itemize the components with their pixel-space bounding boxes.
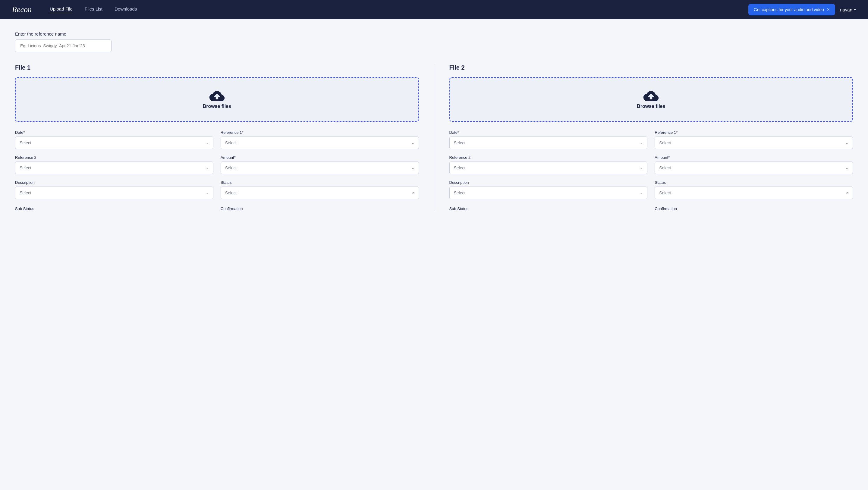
file1-ref2-select[interactable]: Select ⌄ — [15, 161, 213, 174]
file2-status-label: Status — [655, 180, 853, 185]
nav-logo[interactable]: Recon — [12, 5, 32, 14]
file2-fields-grid: Date* Select ⌄ Reference 1* Select ⌄ — [450, 130, 853, 199]
chevron-down-icon: ⌄ — [640, 166, 643, 170]
file1-confirmation-label: Confirmation — [221, 207, 419, 211]
file1-date-value: Select — [20, 141, 31, 145]
file2-substatus-label: Sub Status — [450, 207, 648, 211]
reference-input[interactable] — [15, 39, 112, 52]
file1-ref2-label: Reference 2 — [15, 155, 213, 160]
file1-substatus-label: Sub Status — [15, 207, 213, 211]
chevron-down-icon: ⌄ — [640, 141, 643, 145]
navbar: Recon Upload File Files List Downloads G… — [0, 0, 868, 19]
file2-date-value: Select — [454, 141, 466, 145]
file1-amount-select[interactable]: Select ⌄ — [221, 161, 419, 174]
chevron-down-icon: ⌄ — [845, 166, 848, 170]
file1-description-field: Description Select ⌄ — [15, 180, 213, 199]
files-row: File 1 Browse files Date* Select ⌄ — [15, 64, 853, 211]
file1-ref1-value: Select — [225, 141, 237, 145]
file2-amount-field: Amount* Select ⌄ — [655, 155, 853, 174]
upload-cloud-icon — [643, 90, 659, 104]
nav-banner-close-icon[interactable]: × — [827, 7, 830, 12]
file1-date-select[interactable]: Select ⌄ — [15, 136, 213, 149]
file2-dropzone-text: Browse files — [637, 104, 665, 109]
file1-heading: File 1 — [15, 64, 419, 71]
nav-links: Upload File Files List Downloads — [50, 6, 748, 13]
file2-dropzone[interactable]: Browse files — [450, 77, 853, 122]
file2-amount-label: Amount* — [655, 155, 853, 160]
chevron-down-icon: ⌄ — [206, 166, 209, 170]
file2-ref1-field: Reference 1* Select ⌄ — [655, 130, 853, 149]
file2-date-select[interactable]: Select ⌄ — [450, 136, 648, 149]
nav-link-upload-file[interactable]: Upload File — [50, 6, 73, 13]
file1-fields-grid: Date* Select ⌄ Reference 1* Select ⌄ — [15, 130, 419, 199]
chevron-down-icon: ⌄ — [206, 191, 209, 195]
main-content: Enter the reference name File 1 Browse f… — [0, 19, 868, 223]
chevron-down-icon: ⌄ — [640, 191, 643, 195]
file1-status-select[interactable]: Select ⌀ — [221, 187, 419, 199]
file1-ref1-field: Reference 1* Select ⌄ — [221, 130, 419, 149]
file2-ref1-value: Select — [659, 141, 671, 145]
file1-status-value: Select — [225, 190, 237, 195]
file1-status-field: Status Select ⌀ — [221, 180, 419, 199]
file2-amount-value: Select — [659, 165, 671, 170]
file2-ref1-label: Reference 1* — [655, 130, 853, 135]
chevron-down-icon: ⌄ — [206, 141, 209, 145]
file2-ref2-value: Select — [454, 165, 466, 170]
nav-link-files-list[interactable]: Files List — [85, 6, 102, 13]
chevron-down-icon: ⌄ — [845, 141, 848, 145]
file2-description-label: Description — [450, 180, 648, 185]
file2-description-field: Description Select ⌄ — [450, 180, 648, 199]
nav-link-downloads[interactable]: Downloads — [115, 6, 137, 13]
file2-ref2-field: Reference 2 Select ⌄ — [450, 155, 648, 174]
file2-description-value: Select — [454, 190, 466, 195]
file1-column: File 1 Browse files Date* Select ⌄ — [15, 64, 434, 211]
file2-ref1-select[interactable]: Select ⌄ — [655, 136, 853, 149]
file1-description-label: Description — [15, 180, 213, 185]
file1-date-label: Date* — [15, 130, 213, 135]
chevron-down-icon: ⌀ — [846, 191, 848, 195]
file1-status-label: Status — [221, 180, 419, 185]
file1-dropzone-text: Browse files — [203, 104, 231, 109]
nav-right: Get captions for your audio and video × … — [748, 4, 856, 16]
file2-heading: File 2 — [450, 64, 853, 71]
nav-banner-text: Get captions for your audio and video — [754, 7, 824, 12]
file2-status-value: Select — [659, 190, 671, 195]
file2-date-label: Date* — [450, 130, 648, 135]
nav-user-menu[interactable]: nayan ▾ — [840, 7, 856, 12]
file2-description-select[interactable]: Select ⌄ — [450, 187, 648, 199]
file1-amount-value: Select — [225, 165, 237, 170]
chevron-down-icon: ⌄ — [411, 166, 414, 170]
file2-ref2-label: Reference 2 — [450, 155, 648, 160]
chevron-down-icon: ⌀ — [412, 191, 414, 195]
chevron-down-icon: ⌄ — [411, 141, 414, 145]
file2-amount-select[interactable]: Select ⌄ — [655, 161, 853, 174]
file1-description-value: Select — [20, 190, 31, 195]
file2-status-select[interactable]: Select ⌀ — [655, 187, 853, 199]
file1-description-select[interactable]: Select ⌄ — [15, 187, 213, 199]
file2-confirmation-label: Confirmation — [655, 207, 853, 211]
nav-banner[interactable]: Get captions for your audio and video × — [748, 4, 835, 16]
file1-ref1-select[interactable]: Select ⌄ — [221, 136, 419, 149]
file1-ref1-label: Reference 1* — [221, 130, 419, 135]
reference-name-section: Enter the reference name — [15, 31, 853, 52]
reference-label: Enter the reference name — [15, 31, 853, 36]
file1-date-field: Date* Select ⌄ — [15, 130, 213, 149]
file1-amount-label: Amount* — [221, 155, 419, 160]
file1-truncated-section: Sub Status Confirmation — [15, 205, 419, 211]
file1-dropzone[interactable]: Browse files — [15, 77, 419, 122]
file2-truncated-section: Sub Status Confirmation — [450, 205, 853, 211]
file1-ref2-value: Select — [20, 165, 31, 170]
file1-ref2-field: Reference 2 Select ⌄ — [15, 155, 213, 174]
file2-date-field: Date* Select ⌄ — [450, 130, 648, 149]
file2-status-field: Status Select ⌀ — [655, 180, 853, 199]
chevron-down-icon: ▾ — [854, 8, 856, 12]
nav-user-name: nayan — [840, 7, 852, 12]
file2-column: File 2 Browse files Date* Select ⌄ — [434, 64, 853, 211]
upload-cloud-icon — [209, 90, 225, 104]
file1-amount-field: Amount* Select ⌄ — [221, 155, 419, 174]
file2-ref2-select[interactable]: Select ⌄ — [450, 161, 648, 174]
